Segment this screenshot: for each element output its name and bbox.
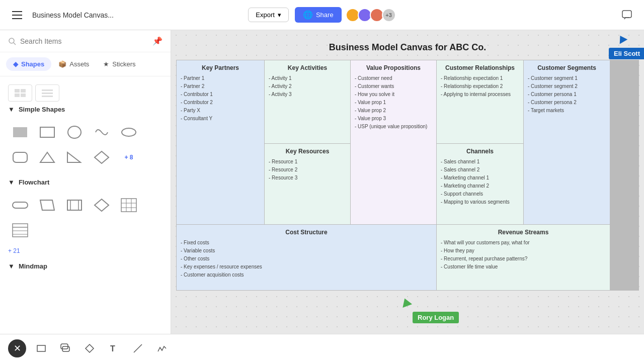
shape-table-2col[interactable]: [8, 219, 32, 241]
close-button[interactable]: ✕: [8, 339, 26, 357]
shapes-grid-icon: [14, 88, 26, 98]
category-item[interactable]: [8, 84, 32, 102]
cell-channels: Channels - Sales channel 1 - Sales chann…: [437, 144, 523, 224]
section-mindmap[interactable]: ▼ Mindmap: [0, 258, 171, 274]
bmc-main-grid: Key Partners - Partner 1 - Partner 2 - C…: [177, 60, 638, 290]
svg-rect-3: [15, 89, 20, 93]
rounded-rect-tool-icon: [60, 343, 70, 353]
freehand-tool-icon: [157, 343, 167, 353]
share-label: Share: [316, 11, 334, 19]
mindmap-label: Mindmap: [19, 262, 47, 270]
tab-shapes[interactable]: ◆ Shapes: [6, 57, 51, 71]
svg-rect-4: [21, 89, 26, 93]
svg-rect-33: [37, 345, 45, 351]
diamond-tool[interactable]: [80, 339, 99, 357]
svg-rect-10: [13, 127, 27, 137]
svg-rect-9: [42, 96, 53, 97]
shape-rect-filled[interactable]: [8, 121, 32, 143]
cell-customer-relationships: Customer Relationships - Relationship ex…: [437, 60, 523, 143]
shape-circle[interactable]: [62, 121, 87, 143]
cursor-rory-label: Rory Logan: [413, 312, 459, 323]
list-icon: [41, 88, 53, 98]
shape-decision[interactable]: [90, 194, 114, 216]
flowchart-more[interactable]: + 21: [0, 247, 171, 258]
canvas-content: Business Model Canvas for ABC Co. Key Pa…: [176, 40, 639, 291]
collapse-flowchart-icon: ▼: [8, 178, 15, 186]
channels-title: Channels: [441, 148, 519, 155]
simple-shapes-label: Simple Shapes: [19, 106, 65, 113]
shape-table-3x3[interactable]: [117, 194, 141, 216]
cursor-arrow-rory: [400, 297, 412, 308]
customer-segments-title: Customer Segments: [528, 64, 606, 71]
rect-tool-icon: [36, 343, 46, 353]
shape-rect-outline[interactable]: [35, 121, 59, 143]
shape-pill[interactable]: [8, 194, 32, 216]
search-bar: 📌: [0, 30, 171, 52]
svg-marker-19: [40, 200, 54, 210]
category-item-2[interactable]: [35, 84, 59, 102]
svg-rect-8: [42, 93, 53, 94]
cell-key-resources: Key Resources - Resource 1 - Resource 2 …: [265, 144, 350, 224]
chat-icon: [621, 10, 632, 21]
svg-line-38: [134, 344, 142, 352]
canvas-area[interactable]: Business Model Canvas for ABC Co. Key Pa…: [171, 30, 644, 334]
key-resources-title: Key Resources: [269, 148, 346, 155]
canvas-title: Business Model Canvas for ABC Co.: [176, 40, 639, 55]
avatar-group: +3: [348, 8, 396, 22]
globe-icon: 🌐: [303, 10, 313, 20]
shape-ellipse[interactable]: [117, 121, 141, 143]
shape-triangle[interactable]: [35, 146, 59, 168]
simple-shapes-grid: + 8: [0, 117, 171, 174]
search-input[interactable]: [20, 37, 148, 45]
tab-assets[interactable]: 📦 Assets: [51, 57, 96, 71]
chevron-down-icon: ▾: [278, 11, 281, 19]
search-icon: [8, 37, 16, 45]
shape-rounded-rect[interactable]: [8, 146, 32, 168]
share-button[interactable]: 🌐 Share: [295, 7, 342, 23]
svg-rect-11: [40, 127, 54, 137]
text-tool-icon: T: [109, 343, 119, 353]
svg-marker-36: [86, 344, 94, 352]
svg-point-13: [122, 128, 136, 136]
shape-curved[interactable]: [90, 121, 114, 143]
svg-rect-20: [67, 200, 82, 210]
shape-more[interactable]: + 8: [117, 146, 141, 168]
channels-content: - Sales channel 1 - Sales channel 2 - Ma…: [441, 158, 519, 206]
shape-parallelogram[interactable]: [35, 194, 59, 216]
cell-key-partners: Key Partners - Partner 1 - Partner 2 - C…: [177, 60, 264, 224]
svg-marker-17: [95, 151, 109, 163]
shape-diamond[interactable]: [90, 146, 114, 168]
cell-key-activities: Key Activities - Activity 1 - Activity 2…: [265, 60, 350, 143]
rounded-rect-tool[interactable]: [56, 339, 74, 357]
tab-stickers[interactable]: ★ Stickers: [96, 57, 142, 71]
customer-segments-content: - Customer segment 1 - Customer segment …: [528, 74, 606, 114]
key-activities-title: Key Activities: [269, 64, 346, 71]
tab-row: ◆ Shapes 📦 Assets ★ Stickers: [0, 52, 171, 76]
bottom-tools-bar: ✕ T: [0, 334, 644, 362]
cost-structure-title: Cost Structure: [181, 229, 432, 236]
cell-customer-segments: Customer Segments - Customer segment 1 -…: [524, 60, 610, 224]
key-resources-content: - Resource 1 - Resource 2 - Resource 3: [269, 158, 346, 182]
cell-value-propositions: Value Propositions - Customer need - Cus…: [351, 60, 436, 224]
section-simple-shapes[interactable]: ▼ Simple Shapes: [0, 102, 171, 117]
svg-line-2: [14, 43, 16, 45]
menu-button[interactable]: [8, 6, 26, 24]
bmc-grid: Key Partners - Partner 1 - Partner 2 - C…: [176, 60, 639, 291]
cell-cost-structure: Cost Structure - Fixed costs - Variable …: [177, 225, 436, 290]
text-tool[interactable]: T: [105, 339, 123, 357]
chat-button[interactable]: [618, 6, 636, 24]
svg-rect-29: [13, 224, 28, 237]
cost-structure-content: - Fixed costs - Variable costs - Other c…: [181, 239, 432, 279]
line-tool[interactable]: [129, 339, 147, 357]
cell-revenue-streams: Revenue Streams - What will your custome…: [437, 225, 610, 290]
shape-process[interactable]: [62, 194, 87, 216]
document-title: Business Model Canvas...: [32, 11, 242, 19]
export-button[interactable]: Export ▾: [248, 8, 289, 22]
freehand-tool[interactable]: [153, 339, 171, 357]
svg-rect-18: [13, 202, 28, 208]
left-panel: 📌 ◆ Shapes 📦 Assets ★ Stickers ▼ S: [0, 30, 171, 362]
rectangle-tool[interactable]: [32, 339, 50, 357]
section-flowchart[interactable]: ▼ Flowchart: [0, 174, 171, 190]
shape-right-triangle[interactable]: [62, 146, 87, 168]
star-icon: ★: [103, 60, 109, 68]
